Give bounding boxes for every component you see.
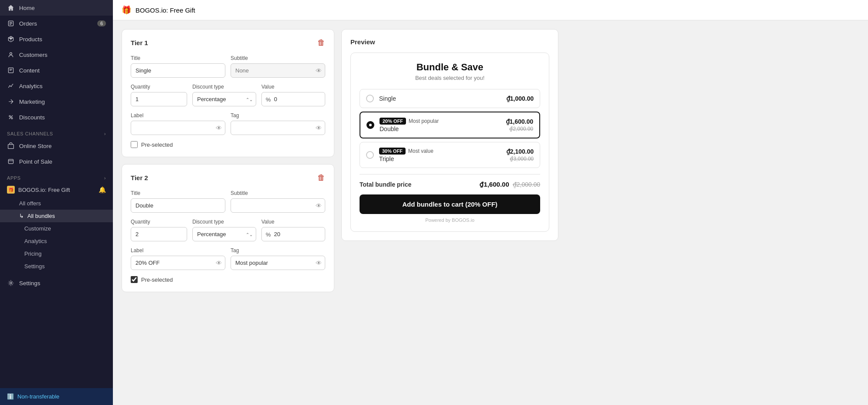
svg-point-9 (11, 118, 13, 119)
sidebar-item-settings-sub[interactable]: Settings (0, 260, 113, 273)
svg-rect-12 (8, 159, 13, 164)
bundle-total-label: Total bundle price (360, 181, 412, 188)
bundle-option-double-info: 20% OFF Most popular Double (380, 118, 501, 132)
tier2-tag-input[interactable] (231, 256, 325, 270)
sidebar-nav-settings[interactable]: Settings (0, 275, 113, 291)
svg-point-4 (10, 53, 12, 55)
all-bundles-label: All bundles (27, 213, 55, 219)
bundle-single-price: ₫1,000.00 (506, 95, 534, 102)
tier1-value-prefix: % (266, 96, 271, 102)
sales-channels-chevron: › (104, 131, 106, 136)
sidebar-nav-analytics[interactable]: Analytics (0, 78, 113, 94)
tier2-discount-type-label: Discount type (192, 219, 256, 225)
tier1-card: Tier 1 🗑 Title Subtitle 👁 (122, 29, 334, 157)
bundle-double-name: Double (380, 125, 501, 132)
tier2-tag-eye-icon[interactable]: 👁 (316, 260, 322, 267)
bundle-double-price: ₫1,600.00 (506, 118, 534, 125)
svg-point-8 (9, 115, 10, 117)
tier1-value-input[interactable] (261, 92, 325, 106)
bundle-double-original: ₫2,000.00 (509, 126, 533, 132)
tier1-tag-input[interactable] (231, 121, 325, 135)
tier1-discount-type-select[interactable]: Percentage Fixed (192, 92, 256, 106)
notification-bell-icon[interactable]: 🔔 (99, 186, 106, 193)
settings-sub-label: Settings (24, 263, 45, 270)
sidebar-nav-discounts-label: Discounts (19, 114, 45, 121)
apps-chevron: › (104, 175, 106, 181)
sidebar-bottom-banner: ℹ️ Non-transferable (0, 388, 113, 405)
sidebar-nav-customers[interactable]: Customers (0, 47, 113, 63)
sidebar-item-pricing[interactable]: Pricing (0, 247, 113, 260)
bundle-single-name: Single (379, 95, 501, 102)
badge-most-value: Most value (408, 148, 433, 154)
sidebar: Home Orders 6 Products Customers Content… (0, 0, 113, 405)
all-offers-label: All offers (19, 200, 41, 207)
sidebar-nav-orders[interactable]: Orders 6 (0, 16, 113, 31)
point-of-sale-icon (7, 158, 15, 165)
bottom-label: Non-transferable (17, 393, 59, 400)
add-to-cart-button[interactable]: Add bundles to cart (20% OFF) (360, 194, 540, 214)
tier2-subtitle-input[interactable] (231, 198, 325, 213)
sidebar-item-all-offers[interactable]: All offers (0, 197, 113, 210)
discounts-icon (7, 113, 15, 121)
tier2-card: Tier 2 🗑 Title Subtitle 👁 (122, 164, 334, 292)
radio-triple (366, 151, 374, 159)
tier2-subtitle-eye-icon[interactable]: 👁 (316, 202, 322, 209)
sidebar-nav-discounts[interactable]: Discounts (0, 109, 113, 125)
bogos-app-icon: 🎁 (7, 186, 15, 194)
sidebar-nav-products-label: Products (19, 36, 42, 43)
bundle-option-single[interactable]: Single ₫1,000.00 (360, 89, 540, 108)
tier2-title: Tier 2 (131, 174, 148, 181)
tier2-label-label: Label (131, 247, 225, 254)
sidebar-item-customize[interactable]: Customize (0, 222, 113, 235)
sidebar-nav-content-label: Content (19, 67, 40, 74)
tier1-preselected-label: Pre-selected (141, 142, 173, 148)
sidebar-nav-marketing[interactable]: Marketing (0, 94, 113, 109)
sidebar-nav-products[interactable]: Products (0, 31, 113, 47)
sidebar-nav-home-label: Home (19, 5, 35, 11)
tier1-label-eye-icon[interactable]: 👁 (216, 125, 222, 132)
tier1-title-input[interactable] (131, 63, 225, 78)
tier2-delete-button[interactable]: 🗑 (317, 173, 325, 182)
sidebar-nav-home[interactable]: Home (0, 0, 113, 16)
tier2-preselected-checkbox[interactable] (131, 276, 138, 283)
content-icon (7, 66, 15, 74)
apps-title: Apps (7, 175, 21, 181)
tier2-discount-type-select[interactable]: Percentage Fixed (192, 227, 256, 241)
bundle-triple-price: ₫2,100.00 (506, 148, 534, 155)
bundle-triple-prices: ₫2,100.00 ₫3,000.00 (506, 148, 534, 162)
tier2-quantity-input[interactable] (131, 227, 187, 241)
pricing-label: Pricing (24, 250, 42, 257)
sidebar-nav-online-store[interactable]: Online Store (0, 138, 113, 154)
sidebar-nav-marketing-label: Marketing (19, 99, 45, 105)
tier2-quantity-label: Quantity (131, 219, 187, 225)
sidebar-nav-point-of-sale[interactable]: Point of Sale (0, 154, 113, 169)
marketing-icon (7, 98, 15, 105)
sidebar-item-all-bundles[interactable]: ↳ All bundles (0, 210, 113, 222)
tier1-tag-eye-icon[interactable]: 👁 (316, 125, 322, 132)
sidebar-item-analytics[interactable]: Analytics (0, 235, 113, 247)
badge-20off: 20% OFF (380, 118, 406, 125)
tier1-delete-button[interactable]: 🗑 (317, 38, 325, 47)
tier1-label-input[interactable] (131, 121, 225, 135)
bundle-option-double[interactable]: 20% OFF Most popular Double ₫1,600.00 ₫2… (360, 112, 540, 138)
bundle-total-original: ₫2,000.00 (513, 181, 541, 188)
tier2-value-input[interactable] (261, 227, 325, 241)
tier1-discount-type-label: Discount type (192, 84, 256, 90)
tier1-subtitle-eye-icon[interactable]: 👁 (316, 67, 322, 74)
bundle-option-triple[interactable]: 30% OFF Most value Triple ₫2,100.00 ₫3,0… (360, 142, 540, 168)
tier1-quantity-input[interactable] (131, 92, 187, 106)
tier1-preselected-checkbox[interactable] (131, 141, 138, 148)
settings-icon (7, 279, 15, 287)
tier1-subtitle-input[interactable] (231, 63, 325, 78)
tier2-label-input[interactable] (131, 256, 225, 270)
bundle-total: Total bundle price ₫1,600.00 ₫2,000.00 (360, 174, 540, 188)
tier2-label-eye-icon[interactable]: 👁 (216, 260, 222, 267)
info-icon: ℹ️ (7, 393, 14, 400)
bundle-single-prices: ₫1,000.00 (506, 95, 534, 102)
sidebar-app-bogos[interactable]: 🎁 BOGOS.io: Free Gift 🔔 (0, 182, 113, 197)
tier2-title-input[interactable] (131, 198, 225, 213)
tier2-value-label: Value (261, 219, 325, 225)
bundle-triple-name: Triple (379, 155, 501, 162)
sidebar-nav-content[interactable]: Content (0, 63, 113, 78)
tier1-label-label: Label (131, 112, 225, 119)
